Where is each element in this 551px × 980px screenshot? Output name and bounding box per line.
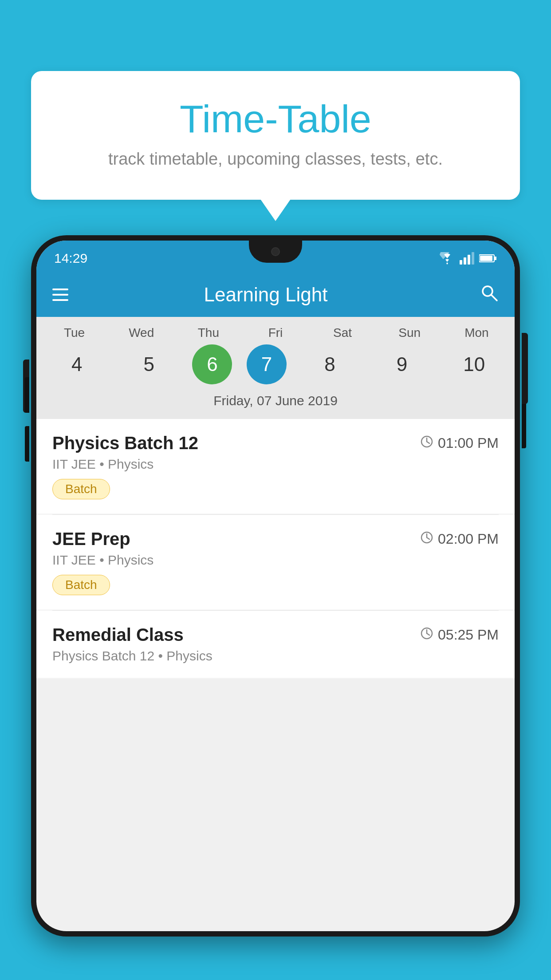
svg-rect-2	[468, 255, 470, 265]
selected-date-label: Friday, 07 June 2019	[41, 389, 510, 415]
batch-tag-1: Batch	[52, 479, 110, 499]
day-header-sun: Sun	[381, 326, 438, 340]
status-time: 14:29	[54, 251, 87, 266]
svg-line-8	[492, 295, 497, 300]
phone-wrapper: 14:29	[31, 235, 520, 980]
phone-notch	[249, 241, 302, 263]
calendar-strip: Tue Wed Thu Fri Sat Sun Mon 4 5 6 7 8 9 …	[36, 317, 515, 419]
clock-icon-3	[420, 627, 433, 644]
clock-icon-2	[420, 531, 433, 548]
phone-screen: 14:29	[36, 241, 515, 931]
status-icons	[439, 252, 497, 265]
day-numbers: 4 5 6 7 8 9 10	[41, 344, 510, 384]
day-7-selected[interactable]: 7	[247, 344, 287, 384]
bubble-subtitle: track timetable, upcoming classes, tests…	[49, 150, 502, 169]
class-card-3[interactable]: Remedial Class 05:25 PM	[36, 611, 515, 678]
hamburger-menu[interactable]	[52, 288, 68, 301]
day-header-mon: Mon	[448, 326, 505, 340]
svg-rect-0	[460, 260, 462, 265]
class-name-3: Remedial Class	[52, 625, 184, 645]
svg-line-17	[427, 633, 429, 635]
app-bar: Learning Light	[36, 273, 515, 317]
class-meta-2: IIT JEE • Physics	[52, 553, 499, 568]
svg-rect-5	[480, 256, 492, 261]
speech-bubble: Time-Table track timetable, upcoming cla…	[31, 71, 520, 200]
day-4[interactable]: 4	[48, 344, 106, 384]
phone-outer: 14:29	[31, 235, 520, 937]
svg-line-14	[427, 537, 429, 539]
svg-rect-3	[472, 252, 474, 265]
speech-bubble-container: Time-Table track timetable, upcoming cla…	[31, 71, 520, 200]
day-header-thu: Thu	[180, 326, 237, 340]
class-card-1[interactable]: Physics Batch 12 01:00 PM	[36, 419, 515, 514]
class-meta-1: IIT JEE • Physics	[52, 457, 499, 472]
class-time-2: 02:00 PM	[420, 531, 499, 548]
day-header-tue: Tue	[46, 326, 103, 340]
svg-line-11	[427, 442, 429, 443]
class-name-1: Physics Batch 12	[52, 433, 198, 453]
day-10[interactable]: 10	[445, 344, 503, 384]
battery-icon	[479, 253, 497, 263]
search-button[interactable]	[479, 283, 499, 307]
svg-rect-6	[495, 257, 496, 260]
day-header-fri: Fri	[247, 326, 304, 340]
day-6-today[interactable]: 6	[192, 344, 232, 384]
clock-icon-1	[420, 435, 433, 452]
class-card-2[interactable]: JEE Prep 02:00 PM	[36, 515, 515, 609]
class-time-1: 01:00 PM	[420, 435, 499, 452]
day-header-wed: Wed	[113, 326, 170, 340]
class-time-3: 05:25 PM	[420, 627, 499, 644]
svg-point-7	[483, 286, 492, 296]
app-title: Learning Light	[81, 284, 451, 306]
day-9[interactable]: 9	[373, 344, 431, 384]
class-meta-3: Physics Batch 12 • Physics	[52, 648, 499, 664]
signal-icon	[460, 252, 475, 265]
day-headers: Tue Wed Thu Fri Sat Sun Mon	[41, 326, 510, 340]
day-8[interactable]: 8	[301, 344, 359, 384]
content-area: Physics Batch 12 01:00 PM	[36, 419, 515, 679]
class-name-2: JEE Prep	[52, 529, 130, 549]
batch-tag-2: Batch	[52, 575, 110, 595]
svg-rect-1	[464, 257, 466, 265]
front-camera	[271, 247, 280, 256]
bubble-title: Time-Table	[49, 98, 502, 141]
day-5[interactable]: 5	[120, 344, 178, 384]
day-header-sat: Sat	[314, 326, 371, 340]
wifi-icon	[439, 252, 455, 265]
